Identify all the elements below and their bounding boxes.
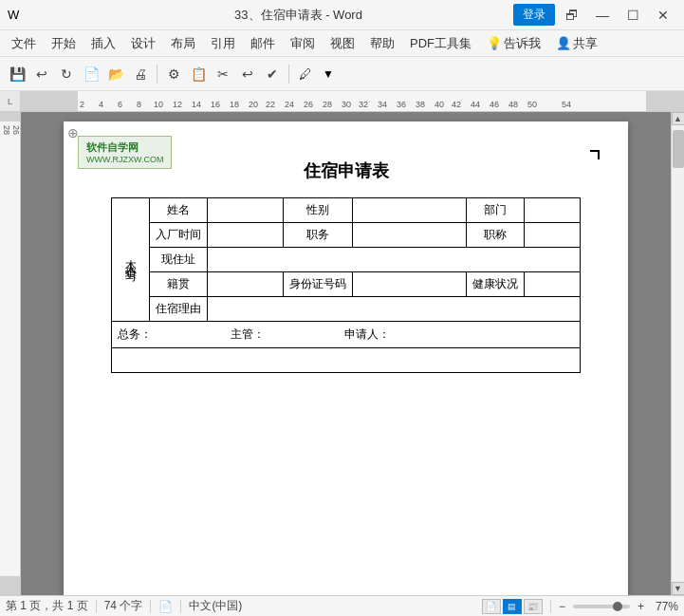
ruler-mark-19: 38 [416, 100, 425, 109]
position-value[interactable] [353, 223, 467, 248]
menu-bar: 文件 开始 插入 设计 布局 引用 邮件 审阅 视图 帮助 PDF工具集 💡 告… [0, 30, 684, 57]
view-read-button[interactable]: 📰 [524, 599, 543, 614]
clipboard-button[interactable]: 📋 [187, 63, 210, 85]
ruler-mark-5: 10 [154, 100, 163, 109]
name-value[interactable] [208, 198, 284, 223]
edit-button[interactable]: 🖊 [294, 63, 317, 85]
view-doc-button[interactable]: 📄 [482, 599, 501, 614]
gender-value[interactable] [353, 198, 467, 223]
window-title: 33、住宿申请表 - Word [234, 7, 362, 24]
side-label-text: 本人填写 [122, 251, 139, 266]
entry-time-value[interactable] [208, 223, 284, 248]
menu-insert[interactable]: 插入 [83, 33, 123, 54]
new-doc-button[interactable]: 📄 [80, 63, 102, 85]
scroll-track[interactable] [672, 125, 684, 582]
ruler-mark-3: 6 [118, 100, 122, 109]
title-value[interactable] [525, 223, 581, 248]
content-area: 2 4 6 8 10 12 14 16 18 20 22 24 26 28 软件… [0, 112, 684, 595]
check-button[interactable]: ✔ [261, 63, 284, 85]
zoom-level: 77% [656, 600, 678, 613]
page-corner-mark [590, 150, 600, 159]
menu-pdf[interactable]: PDF工具集 [402, 33, 479, 54]
slider-thumb[interactable] [613, 602, 622, 611]
menu-share[interactable]: 👤 共享 [548, 33, 605, 54]
menu-layout[interactable]: 布局 [163, 33, 203, 54]
zoom-slider[interactable] [573, 605, 630, 608]
scroll-down-button[interactable]: ▼ [672, 582, 685, 595]
health-value[interactable] [525, 272, 581, 297]
menu-mailings[interactable]: 邮件 [243, 33, 283, 54]
ruler-mark-16: 32 [359, 100, 368, 109]
restore-button[interactable]: 🗗 [559, 6, 585, 25]
vertical-ruler: 2 4 6 8 10 12 14 16 18 20 22 24 26 28 [0, 112, 21, 595]
position-label: 职务 [284, 223, 353, 248]
scroll-up-button[interactable]: ▲ [672, 112, 685, 125]
share-icon: 👤 [556, 36, 571, 50]
table-row: 现住址 [112, 248, 581, 272]
scroll-thumb[interactable] [673, 130, 684, 168]
redo-button[interactable]: ↻ [55, 63, 78, 85]
reason-value[interactable] [208, 297, 581, 322]
ruler-mark-22: 44 [471, 100, 480, 109]
menu-design[interactable]: 设计 [123, 33, 163, 54]
ruler-mark-4: 8 [137, 100, 141, 109]
menu-home[interactable]: 开始 [44, 33, 83, 54]
ruler-mark-23: 46 [490, 100, 499, 109]
hometown-value[interactable] [208, 272, 284, 297]
menu-references[interactable]: 引用 [203, 33, 243, 54]
status-bar: 第 1 页，共 1 页 74 个字 📄 中文(中国) 📄 ▤ 📰 − + 77% [0, 595, 684, 616]
menu-view[interactable]: 视图 [323, 33, 362, 54]
title-label: 职称 [467, 223, 525, 248]
document-scroll-area[interactable]: 软件自学网 WWW.RJZXW.COM ⊕ 住宿申请表 本人填写 姓名 [21, 112, 671, 595]
login-button[interactable]: 登录 [513, 4, 555, 26]
watermark-logo: 软件自学网 WWW.RJZXW.COM [78, 136, 172, 169]
ruler-mark-8: 16 [211, 100, 220, 109]
name-label: 姓名 [150, 198, 208, 223]
undo-button[interactable]: ↩ [30, 63, 53, 85]
more-icon: ▼ [323, 67, 334, 81]
status-sep-3 [180, 600, 181, 613]
ruler-mark-14: 28 [323, 100, 332, 109]
total-label: 总务： [118, 327, 152, 341]
word-count: 74 个字 [104, 598, 143, 614]
slider-track[interactable] [573, 605, 630, 608]
open-button[interactable]: 📂 [104, 63, 127, 85]
settings-button[interactable]: ⚙ [162, 63, 185, 85]
close-button[interactable]: ✕ [650, 6, 676, 25]
menu-tell[interactable]: 💡 告诉我 [479, 33, 548, 54]
side-label-cell: 本人填写 [112, 198, 150, 322]
table-row: 住宿理由 [112, 297, 581, 322]
menu-file[interactable]: 文件 [4, 33, 44, 54]
menu-help[interactable]: 帮助 [362, 33, 402, 54]
maximize-button[interactable]: ☐ [619, 6, 646, 25]
logo-name: 软件自学网 [86, 140, 163, 155]
save-button[interactable]: 💾 [6, 63, 28, 85]
toolbar-separator-1 [157, 65, 157, 84]
more-dropdown[interactable]: ▼ [319, 65, 338, 83]
print-button[interactable]: 🖨 [129, 63, 152, 85]
id-value[interactable] [353, 272, 467, 297]
address-value[interactable] [208, 248, 581, 272]
lightbulb-icon: 💡 [487, 36, 502, 50]
title-text: 33、住宿申请表 - Word [234, 7, 362, 24]
zoom-minus[interactable]: − [559, 600, 565, 613]
zoom-plus[interactable]: + [638, 600, 644, 613]
menu-review[interactable]: 审阅 [283, 33, 323, 54]
undo2-button[interactable]: ↩ [236, 63, 259, 85]
cut-button[interactable]: ✂ [212, 63, 234, 85]
manager-label: 主管： [231, 327, 265, 341]
ruler-mark-12: 24 [285, 100, 294, 109]
reason-label: 住宿理由 [150, 297, 208, 322]
window-icon: W [8, 8, 19, 22]
toolbar-separator-2 [288, 65, 289, 84]
hometown-label: 籍贯 [150, 272, 208, 297]
health-label: 健康状况 [467, 272, 525, 297]
minimize-button[interactable]: — [589, 6, 616, 25]
dept-value[interactable] [525, 198, 581, 223]
ruler-mark-2: 4 [99, 100, 103, 109]
view-layout-button[interactable]: ▤ [503, 599, 522, 614]
title-bar: W 33、住宿申请表 - Word 登录 🗗 — ☐ ✕ [0, 0, 684, 30]
horizontal-ruler: L 2 4 6 8 10 12 14 16 18 20 22 24 26 28 … [0, 91, 684, 112]
document-page: 软件自学网 WWW.RJZXW.COM ⊕ 住宿申请表 本人填写 姓名 [64, 121, 628, 595]
vertical-scrollbar[interactable]: ▲ ▼ [671, 112, 684, 595]
